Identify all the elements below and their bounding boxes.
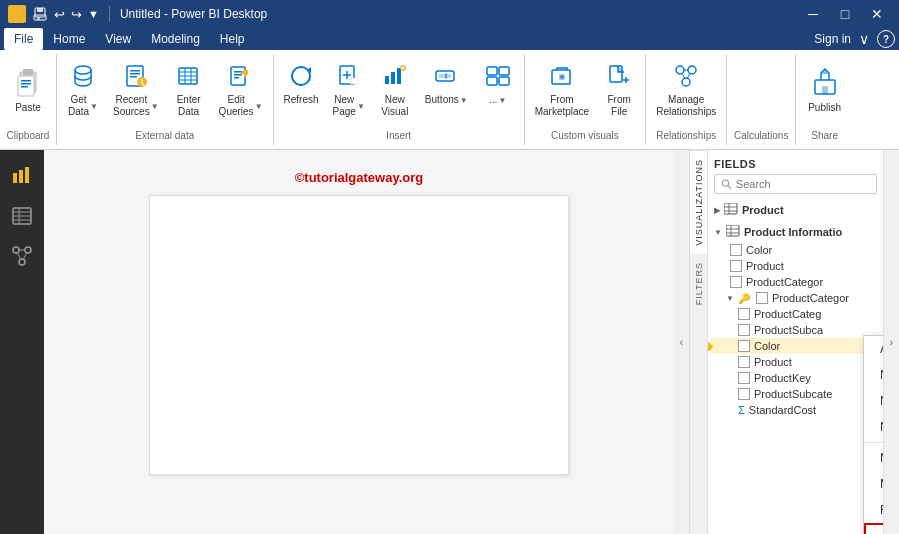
menu-move-up[interactable]: Move up: [864, 445, 883, 471]
svg-line-77: [728, 186, 731, 189]
menu-delete[interactable]: Delete: [864, 523, 883, 534]
field-product-category-group-header[interactable]: ▼ 🔑 ProductCategor: [710, 290, 881, 306]
svg-rect-82: [726, 225, 739, 236]
sign-in-link[interactable]: Sign in: [814, 32, 851, 46]
menu-add-filter[interactable]: Add filter: [864, 336, 883, 362]
field-product2-checkbox[interactable]: [738, 356, 750, 368]
menu-file[interactable]: File: [4, 28, 43, 50]
new-visual-button[interactable]: NewVisual: [373, 56, 417, 122]
field-product-category-checkbox[interactable]: [730, 276, 742, 288]
help-button[interactable]: ?: [877, 30, 895, 48]
field-productkey[interactable]: ProductKey: [710, 370, 881, 386]
field-product[interactable]: Product: [710, 258, 881, 274]
field-productcateg[interactable]: ProductCateg: [710, 306, 881, 322]
undo-btn[interactable]: ↩: [54, 7, 65, 22]
canvas-page[interactable]: [149, 195, 569, 475]
get-data-button[interactable]: GetData ▼: [61, 56, 105, 122]
paste-button[interactable]: Paste: [4, 56, 52, 126]
more-visuals-button[interactable]: ... ▼: [476, 56, 520, 110]
svg-point-76: [722, 180, 728, 186]
svg-point-55: [682, 78, 690, 86]
manage-relationships-button[interactable]: ManageRelationships: [650, 56, 722, 122]
field-color-checkbox[interactable]: [730, 244, 742, 256]
menu-help[interactable]: Help: [210, 28, 255, 50]
recent-sources-button[interactable]: RecentSources ▼: [107, 56, 165, 122]
svg-rect-42: [487, 67, 497, 75]
external-data-label: External data: [61, 128, 269, 143]
menu-new-column[interactable]: New column: [864, 388, 883, 414]
product-category-group-label: ProductCategor: [772, 292, 849, 304]
ribbon-group-external-data: GetData ▼: [57, 54, 274, 145]
search-box[interactable]: [714, 174, 877, 194]
product-group-header[interactable]: ▶ Product: [710, 200, 881, 220]
menu-home[interactable]: Home: [43, 28, 95, 50]
field-productkey-checkbox[interactable]: [738, 372, 750, 384]
search-input[interactable]: [736, 178, 870, 190]
quick-access-save[interactable]: [32, 6, 48, 22]
product-category-group-checkbox[interactable]: [756, 292, 768, 304]
svg-rect-34: [391, 72, 395, 84]
svg-rect-64: [25, 167, 29, 183]
sidebar-report-icon[interactable]: [4, 158, 40, 194]
field-product-checkbox[interactable]: [730, 260, 742, 272]
refresh-button[interactable]: Refresh: [278, 56, 325, 110]
new-page-label: NewPage: [333, 94, 356, 118]
field-product-category[interactable]: ProductCategor: [710, 274, 881, 290]
menu-new-measure[interactable]: New measure: [864, 362, 883, 388]
field-standardcost[interactable]: Σ StandardCost: [710, 402, 881, 418]
relationships-label: Relationships: [650, 128, 722, 143]
svg-rect-40: [439, 74, 451, 78]
menu-rename[interactable]: Rename: [864, 497, 883, 523]
field-productsubcate-checkbox[interactable]: [738, 388, 750, 400]
svg-point-71: [25, 247, 31, 253]
panel-collapse-left[interactable]: ‹: [674, 150, 690, 534]
ribbon-group-clipboard: Paste Clipboard: [0, 54, 57, 145]
enter-data-button[interactable]: EnterData: [167, 56, 211, 122]
customize-btn[interactable]: ▼: [88, 8, 99, 20]
tab-filters[interactable]: FILTERS: [690, 254, 707, 313]
svg-rect-16: [130, 76, 137, 78]
panel-collapse-right[interactable]: ›: [883, 150, 899, 534]
field-color2[interactable]: ➜ Color: [710, 338, 881, 354]
field-productsubca-checkbox[interactable]: [738, 324, 750, 336]
redo-btn[interactable]: ↪: [71, 7, 82, 22]
field-product2[interactable]: Product: [710, 354, 881, 370]
search-icon: [721, 178, 732, 190]
minimize-btn[interactable]: ─: [799, 0, 827, 28]
main-area: ©tutorialgateway.org ‹ VISUALIZATIONS FI…: [0, 150, 899, 534]
new-page-button[interactable]: NewPage ▼: [327, 56, 371, 122]
product-info-group: ▼ Product Informatio: [710, 222, 881, 418]
get-data-label: GetData: [68, 94, 89, 118]
sidebar-model-icon[interactable]: [4, 238, 40, 274]
context-menu: Add filter New measure New column New qu…: [863, 335, 883, 534]
close-btn[interactable]: ✕: [863, 0, 891, 28]
from-file-button[interactable]: FromFile: [597, 56, 641, 122]
svg-rect-7: [23, 69, 33, 75]
field-productcateg-checkbox[interactable]: [738, 308, 750, 320]
menu-view[interactable]: View: [95, 28, 141, 50]
svg-point-72: [19, 259, 25, 265]
edit-queries-button[interactable]: EditQueries ▼: [213, 56, 269, 122]
tab-visualizations[interactable]: VISUALIZATIONS: [690, 150, 707, 254]
manage-relationships-label: ManageRelationships: [656, 94, 716, 118]
new-visual-label: NewVisual: [381, 94, 408, 118]
buttons-button[interactable]: Buttons ▼: [419, 56, 474, 110]
field-productsubcate[interactable]: ProductSubcate: [710, 386, 881, 402]
svg-rect-26: [234, 74, 242, 76]
menu-modeling[interactable]: Modeling: [141, 28, 210, 50]
sidebar-data-icon[interactable]: [4, 198, 40, 234]
menu-move-down[interactable]: Move down: [864, 471, 883, 497]
field-color2-checkbox[interactable]: [738, 340, 750, 352]
field-color[interactable]: Color: [710, 242, 881, 258]
product-info-group-header[interactable]: ▼ Product Informatio: [710, 222, 881, 242]
ribbon-group-share: Publish Share: [796, 54, 853, 145]
from-marketplace-button[interactable]: FromMarketplace: [529, 56, 595, 122]
title-bar: ↩ ↪ ▼ Untitled - Power BI Desktop ─ □ ✕: [0, 0, 899, 28]
publish-button[interactable]: Publish: [800, 56, 849, 126]
maximize-btn[interactable]: □: [831, 0, 859, 28]
svg-rect-62: [13, 173, 17, 183]
menu-new-quick-measure[interactable]: New quick measure: [864, 414, 883, 440]
svg-rect-33: [385, 76, 389, 84]
svg-rect-25: [234, 71, 242, 73]
field-productsubca[interactable]: ProductSubca: [710, 322, 881, 338]
